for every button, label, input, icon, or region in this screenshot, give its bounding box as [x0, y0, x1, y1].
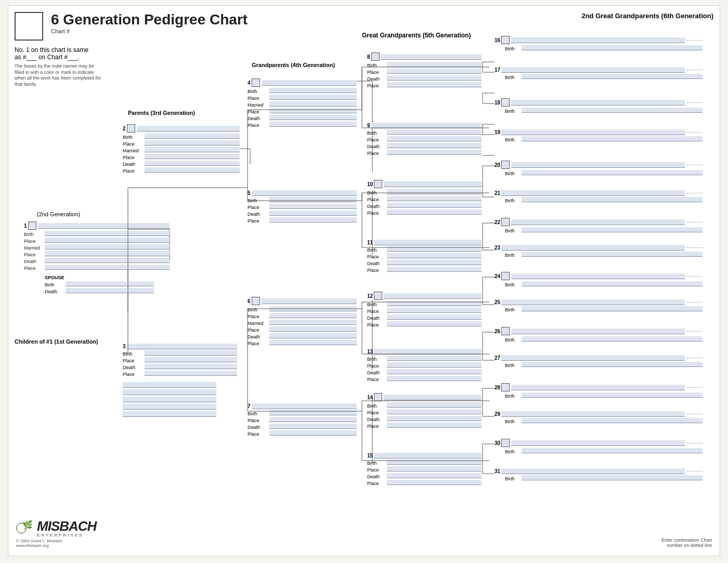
- p2-death-input[interactable]: [145, 161, 240, 166]
- p10-dplace[interactable]: [387, 210, 482, 215]
- p21-birth[interactable]: [522, 197, 703, 202]
- p12-dplace[interactable]: [387, 321, 482, 326]
- p25-name[interactable]: [501, 299, 685, 305]
- p3-place-input[interactable]: [145, 357, 237, 362]
- p7-place-input[interactable]: [269, 417, 357, 422]
- p24-name[interactable]: [511, 273, 685, 279]
- p29-name[interactable]: [501, 411, 685, 417]
- p16-name[interactable]: [511, 37, 685, 43]
- child-2-line[interactable]: [123, 389, 216, 395]
- p14-place[interactable]: [387, 409, 482, 414]
- p6-birth-input[interactable]: [269, 306, 357, 311]
- p20-name[interactable]: [511, 162, 685, 168]
- p24-birth[interactable]: [522, 281, 703, 286]
- p3-birth-input[interactable]: [145, 350, 237, 356]
- p8-dplace[interactable]: [387, 82, 482, 87]
- person-14-name[interactable]: [384, 395, 482, 400]
- p2-dplace-input[interactable]: [145, 167, 240, 173]
- p15-death[interactable]: [387, 473, 482, 478]
- p10-death[interactable]: [387, 203, 482, 208]
- p1-death-input[interactable]: [45, 258, 170, 263]
- p11-place[interactable]: [387, 253, 482, 258]
- p13-dplace[interactable]: [387, 376, 482, 381]
- p1-mplace-input[interactable]: [45, 251, 170, 256]
- p13-birth[interactable]: [387, 356, 482, 361]
- child-3-line[interactable]: [123, 397, 216, 402]
- p17-birth[interactable]: [522, 74, 703, 79]
- p18-birth[interactable]: [522, 108, 703, 113]
- person-6-name[interactable]: [262, 298, 357, 304]
- p23-birth[interactable]: [522, 252, 703, 257]
- person-2-name[interactable]: [137, 126, 240, 132]
- p2-place-input[interactable]: [145, 140, 240, 146]
- person-10-name[interactable]: [384, 181, 482, 187]
- p2-mplace-input[interactable]: [145, 154, 240, 159]
- p1-birth-input[interactable]: [45, 231, 170, 236]
- p5-place-input[interactable]: [269, 204, 357, 209]
- p16-birth[interactable]: [522, 45, 703, 50]
- p21-name[interactable]: [501, 190, 685, 196]
- spouse-death-input[interactable]: [66, 288, 154, 293]
- p9-birth[interactable]: [387, 129, 482, 135]
- p30-birth[interactable]: [522, 448, 703, 453]
- p12-place[interactable]: [387, 308, 482, 313]
- p20-birth[interactable]: [522, 170, 703, 175]
- p3-dplace-input[interactable]: [145, 371, 237, 376]
- p5-death-input[interactable]: [269, 211, 357, 216]
- p26-name[interactable]: [511, 329, 685, 334]
- p6-place-input[interactable]: [269, 313, 357, 318]
- person-7-name[interactable]: [252, 403, 357, 409]
- p13-place[interactable]: [387, 362, 482, 368]
- p7-death-input[interactable]: [269, 424, 357, 429]
- p6-death-input[interactable]: [269, 333, 357, 338]
- p4-birth-input[interactable]: [269, 88, 357, 93]
- p4-mplace-input[interactable]: [269, 108, 357, 113]
- p10-birth[interactable]: [387, 189, 482, 194]
- p25-birth[interactable]: [522, 306, 703, 311]
- child-5-line[interactable]: [123, 411, 216, 417]
- spouse-birth-input[interactable]: [66, 281, 154, 286]
- p4-married-input[interactable]: [269, 101, 357, 107]
- p22-name[interactable]: [511, 219, 685, 225]
- child-4-line[interactable]: [123, 404, 216, 410]
- p7-birth-input[interactable]: [269, 410, 357, 415]
- p9-dplace[interactable]: [387, 150, 482, 155]
- p26-birth[interactable]: [522, 336, 703, 342]
- p15-birth[interactable]: [387, 460, 482, 465]
- p15-dplace[interactable]: [387, 480, 482, 485]
- p6-dplace-input[interactable]: [269, 340, 357, 345]
- p12-death[interactable]: [387, 315, 482, 320]
- person-5-name[interactable]: [252, 190, 357, 196]
- p19-name[interactable]: [501, 129, 685, 135]
- p27-birth[interactable]: [522, 362, 703, 367]
- p13-death[interactable]: [387, 369, 482, 374]
- p6-mplace-input[interactable]: [269, 326, 357, 332]
- p5-dplace-input[interactable]: [269, 217, 357, 222]
- p3-death-input[interactable]: [145, 364, 237, 369]
- p9-place[interactable]: [387, 136, 482, 141]
- p19-birth[interactable]: [522, 136, 703, 141]
- person-3-name[interactable]: [127, 344, 237, 349]
- p14-death[interactable]: [387, 416, 482, 421]
- p5-birth-input[interactable]: [269, 197, 357, 202]
- p4-place-input[interactable]: [269, 95, 357, 100]
- p17-name[interactable]: [501, 67, 685, 73]
- person-9-name[interactable]: [371, 123, 482, 128]
- p18-name[interactable]: [511, 100, 685, 106]
- p15-place[interactable]: [387, 466, 482, 472]
- p12-birth[interactable]: [387, 301, 482, 306]
- p2-married-input[interactable]: [145, 147, 240, 152]
- p27-name[interactable]: [501, 355, 685, 361]
- person-13-name[interactable]: [374, 349, 482, 355]
- p14-dplace[interactable]: [387, 423, 482, 428]
- person-4-name[interactable]: [262, 80, 357, 86]
- p10-place[interactable]: [387, 196, 482, 201]
- p30-name[interactable]: [511, 440, 685, 446]
- p11-dplace[interactable]: [387, 267, 482, 272]
- p28-name[interactable]: [511, 385, 685, 390]
- p28-birth[interactable]: [522, 392, 703, 398]
- p8-place[interactable]: [387, 69, 482, 74]
- person-15-name[interactable]: [374, 453, 482, 459]
- p4-death-input[interactable]: [269, 115, 357, 120]
- p2-birth-input[interactable]: [145, 134, 240, 139]
